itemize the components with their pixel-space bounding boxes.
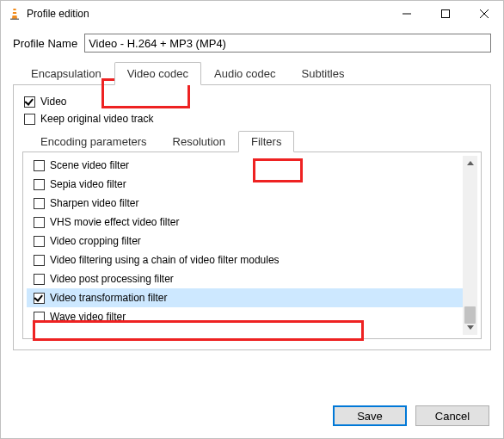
tab-encapsulation[interactable]: Encapsulation bbox=[18, 62, 114, 85]
checkbox-icon bbox=[24, 114, 35, 125]
filters-panel: Scene video filterSepia video filterShar… bbox=[22, 152, 482, 339]
filter-item[interactable]: Sharpen video filter bbox=[27, 194, 463, 213]
filter-item-label: Video transformation filter bbox=[50, 292, 168, 304]
keep-original-checkbox[interactable]: Keep original video track bbox=[24, 113, 482, 125]
tab-resolution[interactable]: Resolution bbox=[160, 131, 238, 152]
filter-item-label: VHS movie effect video filter bbox=[50, 216, 180, 228]
svg-marker-9 bbox=[467, 325, 474, 330]
filter-item[interactable]: VHS movie effect video filter bbox=[27, 213, 463, 232]
minimize-button[interactable] bbox=[387, 1, 426, 27]
main-tabstrip: Encapsulation Video codec Audio codec Su… bbox=[13, 61, 491, 85]
checkbox-icon bbox=[34, 312, 45, 323]
video-checkbox[interactable]: Video bbox=[24, 96, 482, 108]
checkbox-icon bbox=[34, 179, 45, 190]
titlebar: Profile edition bbox=[1, 1, 503, 27]
close-button[interactable] bbox=[464, 1, 503, 27]
filter-item-label: Sepia video filter bbox=[50, 178, 126, 190]
filter-item-label: Video filtering using a chain of video f… bbox=[50, 254, 280, 266]
checkbox-icon bbox=[34, 198, 45, 209]
filter-item[interactable]: Video filtering using a chain of video f… bbox=[27, 250, 463, 269]
profile-name-label: Profile Name bbox=[13, 37, 77, 50]
filter-item[interactable]: Video cropping filter bbox=[27, 232, 463, 250]
svg-rect-3 bbox=[10, 19, 19, 21]
filter-item[interactable]: Sepia video filter bbox=[27, 175, 463, 194]
video-checkbox-label: Video bbox=[40, 96, 66, 108]
scrollbar[interactable] bbox=[463, 156, 477, 335]
filter-item[interactable]: Wave video filter bbox=[27, 307, 463, 326]
filter-item[interactable]: Video post processing filter bbox=[27, 269, 463, 288]
checkbox-icon bbox=[34, 255, 45, 266]
checkbox-icon bbox=[34, 293, 45, 304]
profile-name-row: Profile Name bbox=[1, 27, 503, 61]
checkbox-icon bbox=[34, 217, 45, 228]
checkbox-icon bbox=[24, 96, 35, 108]
maximize-button[interactable] bbox=[426, 1, 464, 27]
svg-rect-1 bbox=[13, 10, 17, 12]
keep-original-label: Keep original video track bbox=[40, 113, 153, 125]
checkbox-icon bbox=[34, 274, 45, 285]
cancel-button[interactable]: Cancel bbox=[415, 405, 489, 426]
svg-marker-8 bbox=[467, 161, 474, 165]
save-button[interactable]: Save bbox=[333, 405, 407, 426]
profile-name-input[interactable] bbox=[84, 34, 491, 53]
tab-encoding-parameters[interactable]: Encoding parameters bbox=[28, 131, 160, 152]
filter-item-label: Sharpen video filter bbox=[50, 197, 138, 209]
svg-rect-5 bbox=[441, 10, 449, 18]
filter-item-label: Wave video filter bbox=[50, 311, 126, 323]
filter-item-label: Video post processing filter bbox=[50, 273, 174, 285]
tab-audio-codec[interactable]: Audio codec bbox=[201, 62, 289, 85]
filter-item-label: Video cropping filter bbox=[50, 235, 141, 247]
button-row: Save Cancel bbox=[333, 405, 489, 426]
filter-item-label: Scene video filter bbox=[50, 159, 129, 171]
vlc-icon bbox=[8, 7, 22, 21]
scroll-thumb[interactable] bbox=[464, 306, 476, 324]
scroll-up-icon[interactable] bbox=[463, 156, 477, 170]
tab-body: Video Keep original video track Encoding… bbox=[13, 85, 491, 350]
tab-video-codec[interactable]: Video codec bbox=[114, 62, 201, 85]
svg-rect-2 bbox=[12, 14, 17, 15]
tab-filters[interactable]: Filters bbox=[238, 131, 294, 152]
filter-item[interactable]: Video transformation filter bbox=[27, 288, 463, 307]
filter-item[interactable]: Scene video filter bbox=[27, 156, 463, 175]
checkbox-icon bbox=[34, 160, 45, 171]
scroll-track[interactable] bbox=[463, 170, 477, 320]
tab-subtitles[interactable]: Subtitles bbox=[289, 62, 358, 85]
window-title: Profile edition bbox=[27, 8, 89, 20]
inner-tabstrip: Encoding parameters Resolution Filters bbox=[22, 130, 482, 152]
checkbox-icon bbox=[34, 236, 45, 247]
filter-list[interactable]: Scene video filterSepia video filterShar… bbox=[27, 156, 463, 335]
